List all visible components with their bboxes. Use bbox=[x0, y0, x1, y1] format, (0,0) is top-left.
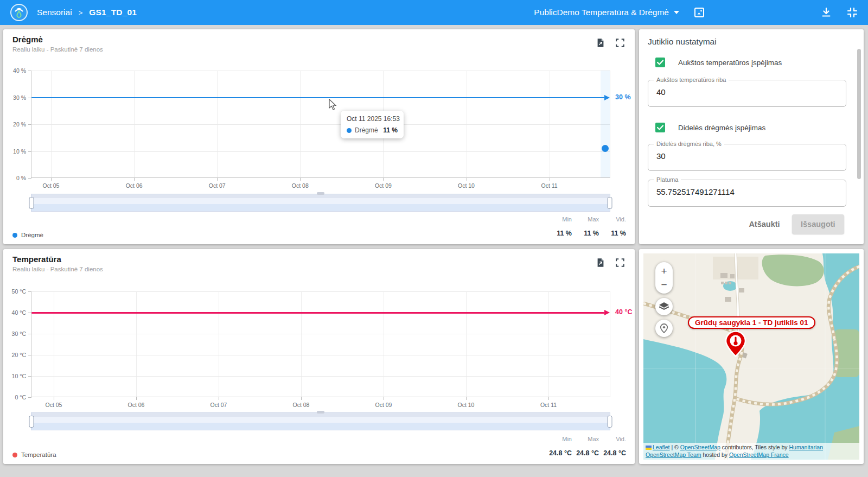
x-axis-tick-label: Oct 05 bbox=[43, 182, 60, 189]
stat-avg-value: 24.8 °C bbox=[599, 449, 626, 457]
compress-icon[interactable] bbox=[846, 7, 858, 18]
export-data-icon[interactable] bbox=[596, 258, 605, 268]
gridline-vertical bbox=[219, 291, 219, 397]
zoom-in-button[interactable]: + bbox=[661, 266, 667, 276]
temperature-panel-title: Temperatūra bbox=[12, 255, 61, 264]
cancel-button[interactable]: Atšaukti bbox=[746, 214, 782, 234]
x-axis-tick bbox=[550, 178, 550, 181]
fullscreen-icon[interactable] bbox=[615, 38, 625, 48]
mouse-cursor bbox=[329, 99, 337, 111]
humidity-legend[interactable]: Drėgmė bbox=[12, 232, 43, 238]
temperature-legend-dot bbox=[12, 453, 17, 457]
humidity-legend-dot bbox=[12, 233, 17, 238]
tooltip-series-name: Drėgmė bbox=[355, 126, 378, 134]
temperature-chart-navigator[interactable] bbox=[31, 412, 610, 430]
x-axis-tick bbox=[548, 397, 549, 400]
sensor-settings-panel: Jutiklio nustatymai Aukštos temperatūros… bbox=[639, 29, 864, 244]
navigator-grip[interactable] bbox=[317, 411, 324, 414]
y-axis-tick-label: 20 °C bbox=[0, 352, 26, 358]
navigator-handle-left[interactable] bbox=[29, 197, 34, 209]
save-button[interactable]: Išsaugoti bbox=[792, 214, 844, 234]
osm-link[interactable]: OpenStreetMap bbox=[680, 444, 720, 450]
gridline-vertical bbox=[384, 291, 384, 397]
temperature-chart-plot[interactable]: Oct 05Oct 06Oct 07Oct 08Oct 09Oct 10Oct … bbox=[31, 291, 610, 397]
fullscreen-icon[interactable] bbox=[615, 258, 625, 268]
gridline-horizontal bbox=[31, 151, 610, 152]
map-layers-button[interactable] bbox=[655, 298, 673, 315]
tooltip-timestamp: Oct 11 2025 16:53 bbox=[347, 115, 398, 123]
latitude-input[interactable] bbox=[656, 187, 835, 196]
threshold-value-label: 40 °C bbox=[615, 308, 632, 316]
navigator-grip[interactable] bbox=[317, 192, 324, 195]
zoom-out-button[interactable]: − bbox=[661, 279, 667, 290]
humidity-stats: Min Max Vid. 11 % 11 % 11 % bbox=[541, 216, 626, 237]
leaflet-link[interactable]: Leaflet bbox=[653, 444, 670, 450]
x-axis-tick-label: Oct 09 bbox=[375, 182, 392, 189]
y-axis-tick bbox=[28, 291, 31, 292]
stat-avg-label: Vid. bbox=[599, 436, 626, 442]
dashboard-selector[interactable]: PublicDemo Temperatūra & Drėgmė bbox=[534, 8, 679, 17]
stat-max-value: 11 % bbox=[572, 230, 599, 237]
map-zoom-control: + − bbox=[655, 262, 673, 294]
app-header: Sensoriai > GS1_TD_01 PublicDemo Tempera… bbox=[0, 0, 868, 25]
settings-scrollbar[interactable] bbox=[857, 49, 861, 179]
navigator-handle-right[interactable] bbox=[608, 416, 612, 428]
image-widget-icon[interactable] bbox=[693, 7, 705, 18]
gridline-horizontal bbox=[31, 124, 610, 125]
checkbox-checked-icon[interactable] bbox=[655, 123, 665, 132]
navigator-handle-right[interactable] bbox=[608, 197, 612, 209]
navigator-handle-left[interactable] bbox=[29, 416, 34, 428]
data-point-dot bbox=[602, 145, 609, 152]
map-locate-button[interactable] bbox=[655, 320, 673, 337]
y-axis-tick bbox=[28, 124, 31, 125]
gridline-horizontal bbox=[31, 291, 610, 292]
gridline-vertical bbox=[466, 291, 467, 397]
stat-avg-value: 11 % bbox=[599, 230, 626, 237]
temperature-panel: Temperatūra Realiu laiku - Paskutinė 7 d… bbox=[3, 249, 635, 464]
gridline-horizontal bbox=[31, 334, 610, 334]
y-axis-tick bbox=[28, 151, 31, 152]
breadcrumb-device: GS1_TD_01 bbox=[89, 8, 137, 17]
high-humidity-limit-input[interactable] bbox=[656, 151, 835, 161]
high-temp-limit-input[interactable] bbox=[656, 87, 835, 97]
temperature-legend-label: Temperatūra bbox=[21, 451, 56, 458]
y-axis-tick-label: 30 % bbox=[0, 94, 26, 101]
y-axis-tick-label: 10 % bbox=[0, 148, 26, 155]
humidity-chart-navigator[interactable] bbox=[31, 194, 610, 212]
map-canvas[interactable]: + − Grūdų saugykla 1 - TD jutiklis 01 bbox=[643, 253, 859, 460]
temperature-panel-actions bbox=[596, 258, 625, 268]
stat-min-label: Min bbox=[541, 216, 572, 222]
dashboard-selector-label: PublicDemo Temperatūra & Drėgmė bbox=[534, 8, 669, 17]
x-axis-tick bbox=[383, 178, 384, 181]
map-marker-tooltip[interactable]: Grūdų saugykla 1 - TD jutiklis 01 bbox=[688, 316, 815, 329]
stat-min-value: 11 % bbox=[541, 230, 572, 237]
high-humidity-alert-checkbox-row[interactable]: Didelės drėgmės įspėjimas bbox=[655, 123, 765, 132]
chevron-down-icon bbox=[674, 11, 679, 14]
gridline-horizontal bbox=[31, 376, 610, 377]
osmfr-link[interactable]: OpenStreetMap France bbox=[729, 451, 789, 458]
download-icon[interactable] bbox=[820, 7, 832, 18]
breadcrumb: Sensoriai > GS1_TD_01 bbox=[37, 8, 137, 17]
attribution-text: | © bbox=[670, 444, 680, 450]
x-axis-tick bbox=[219, 397, 219, 400]
high-temp-alert-checkbox-row[interactable]: Aukštos temperatūros įspėjimas bbox=[655, 58, 782, 67]
x-axis-tick bbox=[51, 178, 52, 181]
y-axis-tick-label: 0 °C bbox=[0, 394, 26, 400]
export-data-icon[interactable] bbox=[596, 38, 605, 48]
threshold-line bbox=[31, 97, 604, 99]
navigator-series-area bbox=[31, 204, 610, 211]
gridline-vertical bbox=[548, 291, 549, 397]
checkbox-checked-icon[interactable] bbox=[655, 58, 665, 67]
high-humidity-limit-field: Didelės drėgmės riba, % bbox=[648, 144, 846, 171]
humidity-chart-plot[interactable]: Oct 05Oct 06Oct 07Oct 08Oct 09Oct 10Oct … bbox=[31, 71, 610, 178]
temperature-legend[interactable]: Temperatūra bbox=[12, 451, 56, 458]
map-marker-icon[interactable] bbox=[725, 330, 746, 358]
high-temp-limit-label: Aukštos temperatūros riba bbox=[654, 77, 729, 83]
layers-icon bbox=[659, 302, 669, 311]
breadcrumb-app-link[interactable]: Sensoriai bbox=[37, 8, 72, 17]
app-logo-icon[interactable] bbox=[10, 3, 28, 22]
y-axis-tick bbox=[28, 71, 31, 71]
x-axis-tick bbox=[136, 397, 137, 400]
threshold-arrow bbox=[604, 310, 610, 315]
x-axis-tick-label: Oct 10 bbox=[458, 182, 475, 189]
